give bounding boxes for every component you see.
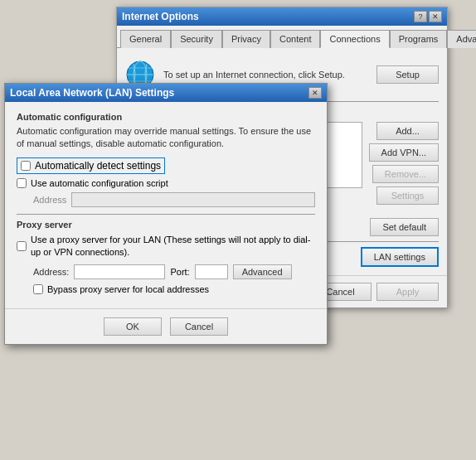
proxy-checkbox[interactable] xyxy=(17,241,27,251)
lan-bottom-bar: OK Cancel xyxy=(5,308,327,344)
tab-content[interactable]: Content xyxy=(270,30,321,48)
setup-text: To set up an Internet connection, click … xyxy=(163,70,368,80)
proxy-checkbox-row: Use a proxy server for your LAN (These s… xyxy=(17,234,315,259)
bypass-row: Bypass proxy server for local addresses xyxy=(33,284,315,294)
settings-button[interactable]: Settings xyxy=(376,186,439,205)
internet-options-titlebar: Internet Options ? ✕ xyxy=(117,7,447,26)
proxy-address-label: Address: xyxy=(33,267,69,277)
proxy-desc: Use a proxy server for your LAN (These s… xyxy=(31,234,315,259)
lan-cancel-button[interactable]: Cancel xyxy=(170,317,228,336)
auto-script-checkbox[interactable] xyxy=(17,178,27,188)
lan-close-button[interactable]: ✕ xyxy=(308,87,322,99)
auto-config-title: Automatic configuration xyxy=(17,112,315,122)
proxy-title: Proxy server xyxy=(17,220,315,230)
add-vpn-button[interactable]: Add VPN... xyxy=(369,143,439,162)
lan-titlebar: Local Area Network (LAN) Settings ✕ xyxy=(5,84,327,102)
auto-script-row: Use automatic configuration script xyxy=(17,178,315,188)
lan-content: Automatic configuration Automatic config… xyxy=(5,102,327,308)
auto-detect-row: Automatically detect settings xyxy=(17,157,165,174)
address-input[interactable] xyxy=(71,192,315,207)
tab-privacy[interactable]: Privacy xyxy=(222,30,270,48)
tab-connections[interactable]: Connections xyxy=(320,30,389,48)
proxy-divider xyxy=(17,214,315,215)
right-buttons: Add... Add VPN... Remove... Settings xyxy=(369,122,439,205)
tab-programs[interactable]: Programs xyxy=(390,30,448,48)
setup-button[interactable]: Setup xyxy=(376,65,439,84)
lan-dialog-title: Local Area Network (LAN) Settings xyxy=(10,87,174,99)
lan-dialog: Local Area Network (LAN) Settings ✕ Auto… xyxy=(4,83,328,345)
proxy-address-row: Address: Port: 80 Advanced xyxy=(33,264,315,279)
bypass-label: Bypass proxy server for local addresses xyxy=(47,284,209,294)
address-row: Address xyxy=(33,192,315,207)
auto-detect-checkbox[interactable] xyxy=(21,161,31,171)
help-button[interactable]: ? xyxy=(414,11,427,22)
tab-security[interactable]: Security xyxy=(171,30,222,48)
auto-script-label: Use automatic configuration script xyxy=(31,178,168,188)
tab-general[interactable]: General xyxy=(120,30,171,48)
io-apply-button[interactable]: Apply xyxy=(376,283,439,301)
bypass-checkbox[interactable] xyxy=(33,284,43,294)
auto-config-desc: Automatic configuration may override man… xyxy=(17,125,315,151)
tab-advanced[interactable]: Advanced xyxy=(447,30,476,48)
port-input[interactable]: 80 xyxy=(195,264,228,279)
tab-bar: General Security Privacy Content Connect… xyxy=(117,26,447,48)
auto-detect-label: Automatically detect settings xyxy=(35,160,161,172)
proxy-address-input[interactable] xyxy=(74,264,165,279)
add-button[interactable]: Add... xyxy=(376,122,439,140)
titlebar-buttons: ? ✕ xyxy=(414,11,442,22)
lan-settings-button[interactable]: LAN settings xyxy=(361,247,439,267)
remove-button[interactable]: Remove... xyxy=(372,165,439,183)
internet-options-title: Internet Options xyxy=(122,11,199,22)
address-label: Address xyxy=(33,195,66,205)
close-button[interactable]: ✕ xyxy=(429,11,442,22)
lan-ok-button[interactable]: OK xyxy=(104,317,162,336)
advanced-button[interactable]: Advanced xyxy=(233,264,292,279)
port-label: Port: xyxy=(170,267,189,277)
set-default-button[interactable]: Set default xyxy=(370,218,439,236)
